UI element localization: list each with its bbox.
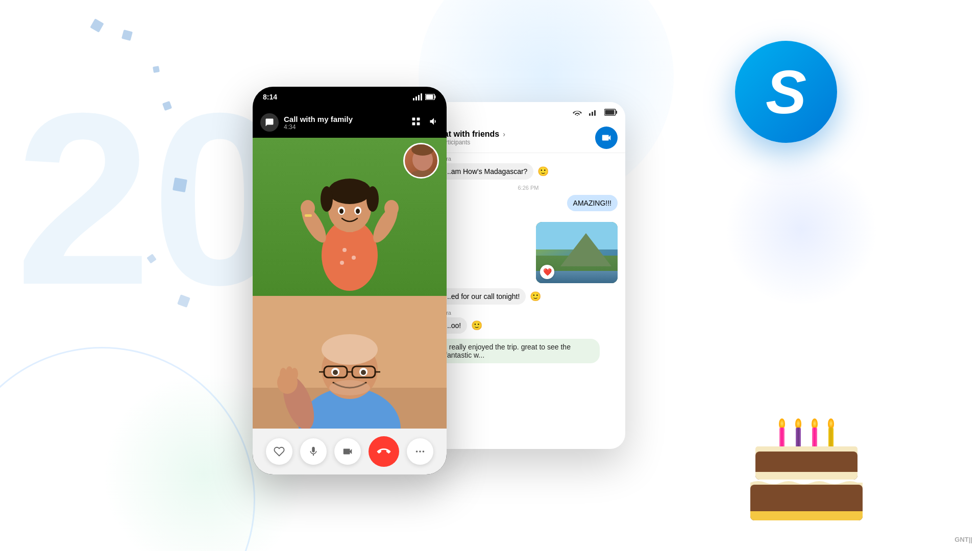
small-avatar <box>403 143 439 179</box>
svg-rect-28 <box>305 214 312 217</box>
more-button[interactable] <box>407 438 433 465</box>
video-chat-button[interactable] <box>595 127 618 149</box>
cake-top-layer <box>755 452 857 480</box>
message-row-image: ❤️ <box>439 216 618 283</box>
call-header: Call with my family 4:34 <box>253 107 447 138</box>
chat-group-name: nat with friends <box>439 130 499 139</box>
skype-circle: S <box>735 41 837 143</box>
svg-rect-58 <box>592 112 593 116</box>
message-icon <box>260 113 279 132</box>
emoji-button-2[interactable]: 🙂 <box>530 291 541 302</box>
cake-bottom-layer <box>750 485 863 520</box>
battery-status-icon <box>604 109 618 116</box>
chat-phone: nat with friends › participants ...ra <box>431 102 625 449</box>
svg-rect-10 <box>417 122 420 125</box>
mic-button[interactable] <box>300 438 327 465</box>
battery-icon <box>425 94 436 100</box>
call-info: Call with my family 4:34 <box>284 115 406 131</box>
svg-point-52 <box>291 368 298 380</box>
svg-point-19 <box>339 209 344 214</box>
chat-title-text: nat with friends › participants <box>439 130 590 146</box>
call-title: Call with my family <box>284 115 406 123</box>
msg-time-1: 6:26 PM <box>439 185 618 191</box>
chat-status-bar <box>431 102 625 122</box>
svg-rect-2 <box>418 95 420 101</box>
svg-point-50 <box>280 368 287 380</box>
candle-body-3 <box>812 428 817 448</box>
svg-point-37 <box>322 334 378 365</box>
flame-3 <box>812 418 818 429</box>
candle-body-2 <box>796 428 801 448</box>
heart-reaction: ❤️ <box>540 265 554 279</box>
svg-rect-9 <box>412 122 415 125</box>
emoji-button-3[interactable]: 🙂 <box>471 320 482 331</box>
camera-button[interactable] <box>334 438 361 465</box>
chat-messages-body: ...ra ...am How's Madagascar? 🙂 6:26 PM … <box>431 153 625 449</box>
grid-icon[interactable] <box>411 116 421 129</box>
elder-figure <box>253 296 447 429</box>
candle-2 <box>795 418 801 448</box>
svg-point-46 <box>361 370 366 375</box>
candle-1 <box>779 418 785 448</box>
svg-point-54 <box>419 450 421 453</box>
svg-rect-61 <box>616 111 618 114</box>
signal-bars-icon <box>589 109 597 116</box>
msg-bubble-5: I really enjoyed the trip. great to see … <box>439 339 600 363</box>
svg-rect-62 <box>605 110 615 115</box>
svg-point-14 <box>328 179 371 204</box>
end-call-button[interactable] <box>369 436 399 467</box>
message-row-2: AMAZING!!! <box>439 195 618 211</box>
birthday-cake <box>735 367 878 520</box>
chat-header: nat with friends › participants <box>431 122 625 153</box>
msg-bubble-3: ...ed for our call tonight! <box>439 288 526 305</box>
svg-point-45 <box>333 370 338 375</box>
message-row-5: I really enjoyed the trip. great to see … <box>439 339 618 363</box>
svg-rect-8 <box>417 117 420 120</box>
svg-point-16 <box>366 186 379 212</box>
candle-3 <box>812 418 818 448</box>
message-row-4: ...ra ...oo! 🙂 <box>439 310 618 334</box>
flame-4 <box>828 418 834 429</box>
chat-participants: participants <box>439 139 590 146</box>
flame-1 <box>779 418 785 429</box>
svg-rect-59 <box>594 110 596 116</box>
volume-icon[interactable] <box>429 116 439 129</box>
svg-rect-1 <box>415 96 417 101</box>
message-row-1: ...ra ...am How's Madagascar? 🙂 <box>439 156 618 180</box>
video-status-bar: 8:14 <box>253 87 447 107</box>
svg-point-47 <box>329 380 370 395</box>
msg-bubble-1: ...am How's Madagascar? <box>439 163 533 180</box>
svg-rect-0 <box>413 98 414 101</box>
svg-point-53 <box>416 450 418 453</box>
svg-point-26 <box>352 256 356 260</box>
status-icons <box>413 93 436 101</box>
candle-4 <box>828 418 834 448</box>
candle-body-1 <box>779 428 785 448</box>
svg-point-23 <box>301 200 315 216</box>
gnt-logo: GNT|| <box>954 536 972 543</box>
phones-wrapper: 8:14 <box>253 87 625 474</box>
msg-sender-2: ...ra <box>439 310 618 316</box>
svg-point-20 <box>356 209 360 214</box>
candles-row <box>761 418 852 448</box>
wifi-icon <box>573 109 582 116</box>
msg-sender-1: ...ra <box>439 156 618 162</box>
call-duration: 4:34 <box>284 123 406 131</box>
main-content: 8:14 <box>0 0 980 551</box>
emoji-button-1[interactable]: 🙂 <box>537 166 549 177</box>
signal-icon <box>413 93 422 101</box>
chevron-icon: › <box>503 130 505 138</box>
svg-point-27 <box>340 261 344 265</box>
child-figure <box>299 143 401 291</box>
heart-button[interactable] <box>266 438 292 465</box>
call-controls <box>253 429 447 474</box>
candle-body-4 <box>828 428 834 448</box>
msg-bubble-amazing: AMAZING!!! <box>567 195 618 211</box>
skype-letter: S <box>766 57 806 127</box>
elder-video <box>253 296 447 429</box>
svg-rect-5 <box>435 95 436 98</box>
message-row-3: ...ed for our call tonight! 🙂 <box>439 288 618 305</box>
svg-rect-7 <box>412 117 415 120</box>
svg-point-25 <box>342 248 347 252</box>
svg-point-56 <box>577 115 578 116</box>
